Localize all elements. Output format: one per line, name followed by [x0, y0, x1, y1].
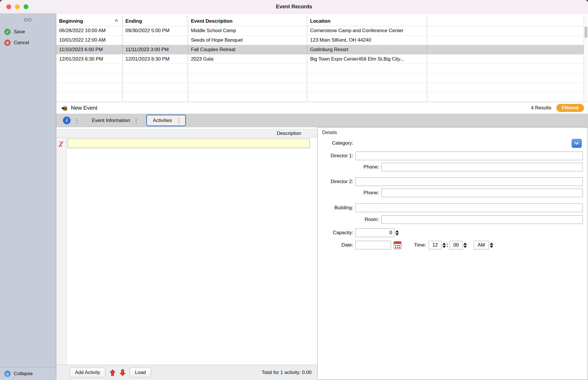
column-header-description[interactable]: Event Description	[188, 16, 307, 26]
move-up-icon[interactable]	[110, 369, 115, 376]
ampm-field[interactable]	[474, 241, 489, 249]
add-activity-button[interactable]: Add Activity	[70, 368, 105, 377]
cell-location[interactable]: 123 Main StKent, OH 44240	[307, 36, 427, 45]
cell-description[interactable]: Middle School Camp	[188, 26, 307, 36]
menu-dots-icon[interactable]: ⋮	[133, 118, 139, 123]
phone2-row: Phone:	[318, 189, 587, 197]
date-label: Date:	[318, 242, 355, 248]
capacity-row: Capacity:	[318, 228, 587, 237]
sort-ascending-icon[interactable]: ^	[115, 16, 118, 26]
row-gutter	[56, 137, 67, 365]
cell-location[interactable]: Gatlinburg Resort	[307, 45, 427, 55]
stepper-down-icon[interactable]	[442, 246, 446, 248]
table-scrollbar[interactable]	[584, 16, 588, 102]
info-icon[interactable]: i	[63, 117, 71, 124]
sidebar-header: DO	[0, 17, 56, 23]
record-title: New Event	[71, 105, 97, 111]
column-header-location[interactable]: Location	[307, 16, 427, 26]
scrollbar-thumb[interactable]	[585, 27, 587, 38]
column-header-ending[interactable]: Ending	[123, 16, 188, 26]
capacity-field[interactable]	[355, 228, 394, 237]
phone2-label: Phone:	[318, 190, 381, 196]
hour-field[interactable]	[429, 241, 442, 249]
room-field[interactable]	[381, 215, 583, 224]
ampm-stepper[interactable]	[490, 243, 493, 248]
tab-event-information[interactable]: Event Information	[92, 118, 130, 123]
cell-beginning[interactable]: 10/01/2022 12:00 AM	[56, 36, 123, 45]
stepper-up-icon[interactable]	[463, 243, 467, 245]
filtered-badge[interactable]: Filtered	[556, 104, 584, 112]
director1-field[interactable]	[355, 152, 583, 160]
room-row: Room:	[318, 215, 587, 224]
activity-description-input[interactable]	[67, 139, 310, 148]
save-button[interactable]: ✓ Save	[0, 26, 56, 37]
phone2-field[interactable]	[381, 189, 583, 197]
cell-beginning[interactable]: 11/10/2023 6:00 PM	[56, 45, 123, 55]
description-column-header[interactable]: Description	[56, 129, 317, 137]
category-dropdown-button[interactable]	[572, 139, 582, 148]
sidebar: DO ✓ Save ✕ Cancel « Collapse	[0, 13, 56, 380]
stepper-down-icon[interactable]	[490, 246, 493, 248]
traffic-lights	[6, 4, 28, 9]
records-table: ^ Beginning Ending Event Description Loc…	[56, 16, 588, 102]
activities-header-row: Description	[56, 129, 317, 137]
category-label: Category:	[318, 140, 355, 146]
cell-ending[interactable]: 09/30/2022 5:00 PM	[123, 26, 188, 36]
tab-bar: i ⋮ Event Information ⋮ Activities ⋮	[56, 114, 588, 127]
stepper-up-icon[interactable]	[442, 243, 446, 245]
stepper-down-icon[interactable]	[395, 233, 399, 236]
building-label: Building:	[318, 205, 355, 211]
column-header-beginning[interactable]: ^ Beginning	[56, 16, 123, 26]
zoom-window-button[interactable]	[24, 4, 28, 9]
menu-dots-icon[interactable]: ⋮	[74, 118, 80, 123]
cell-beginning[interactable]: 06/28/2022 10:00 AM	[56, 26, 123, 36]
save-label: Save	[14, 29, 25, 35]
move-down-icon[interactable]	[120, 369, 125, 376]
cell-beginning[interactable]: 12/01/2023 6:30 PM	[56, 55, 123, 64]
date-field[interactable]	[355, 241, 391, 249]
chevron-down-icon	[575, 140, 579, 145]
cell-location[interactable]: Cornerstone Camp and Conference Center	[307, 26, 427, 36]
window-title: Event Records	[276, 4, 312, 10]
cell-location[interactable]: Big Town Expo Center456 Elm St.Big City.…	[307, 55, 427, 64]
calendar-icon[interactable]	[394, 241, 401, 249]
delete-row-icon[interactable]: χ	[59, 139, 63, 146]
app-window: Event Records DO ✓ Save ✕ Cancel « Colla…	[0, 0, 588, 380]
details-panel: Details Category: Director 1:	[317, 127, 588, 380]
minute-field[interactable]	[450, 241, 463, 249]
stepper-down-icon[interactable]	[463, 246, 467, 248]
activities-total: Total for 1 activity: 0.00	[262, 370, 317, 375]
title-bar: Event Records	[0, 0, 588, 13]
cell-description[interactable]: Seeds of Hope Banquet	[188, 36, 307, 45]
stepper-up-icon[interactable]	[395, 230, 399, 232]
close-window-button[interactable]	[6, 4, 11, 9]
cancel-button[interactable]: ✕ Cancel	[0, 37, 56, 48]
hour-stepper[interactable]	[442, 243, 446, 248]
cell-description[interactable]: Fall Couples Retreat	[188, 45, 307, 55]
activities-panel: Description χ Add Activity	[56, 127, 317, 380]
load-button[interactable]: Load	[130, 368, 151, 377]
cancel-label: Cancel	[14, 40, 29, 46]
cell-description[interactable]: 2023 Gala	[188, 55, 307, 64]
capacity-stepper[interactable]	[395, 230, 399, 236]
phone1-field[interactable]	[381, 163, 583, 171]
tab-activities[interactable]: Activities ⋮	[146, 115, 186, 126]
cell-ending[interactable]	[123, 36, 188, 45]
time-label: Time:	[414, 242, 426, 248]
director1-row: Director 1:	[318, 152, 587, 160]
cell-ending[interactable]: 11/11/2023 3:00 PM	[123, 45, 188, 55]
main-area: ^ Beginning Ending Event Description Loc…	[56, 13, 588, 380]
capacity-label: Capacity:	[318, 230, 355, 236]
menu-dots-icon[interactable]: ⋮	[176, 118, 182, 123]
cell-ending[interactable]: 12/01/2023 8:30 PM	[123, 55, 188, 64]
building-field[interactable]	[355, 203, 583, 212]
director2-field[interactable]	[355, 177, 583, 186]
collapse-icon: «	[4, 371, 11, 377]
minute-stepper[interactable]	[463, 243, 467, 248]
phone1-label: Phone:	[318, 164, 381, 170]
minimize-window-button[interactable]	[15, 4, 20, 9]
collapse-button[interactable]: « Collapse	[0, 367, 56, 380]
details-title: Details	[322, 130, 337, 135]
stepper-up-icon[interactable]	[490, 243, 493, 245]
cross-icon: ✕	[4, 40, 11, 46]
